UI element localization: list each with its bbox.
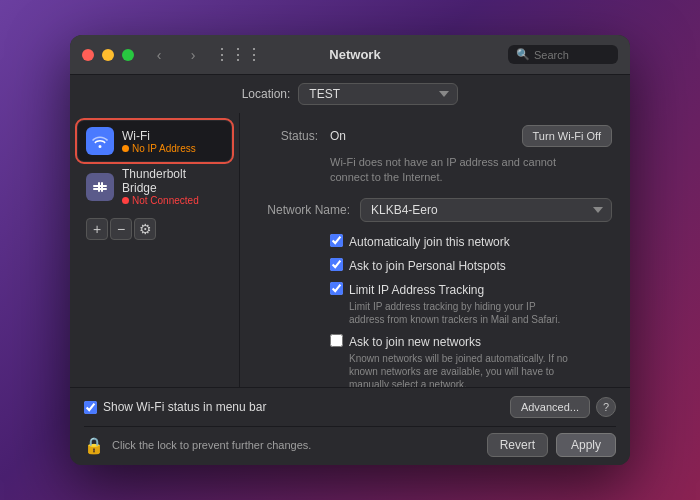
network-preferences-window: ‹ › ⋮⋮⋮ Network 🔍 Location: TEST Automat… bbox=[70, 35, 630, 465]
ask-join-label[interactable]: Ask to join new networks bbox=[349, 335, 481, 349]
action-row: 🔒 Click the lock to prevent further chan… bbox=[84, 433, 616, 457]
action-network-button[interactable]: ⚙ bbox=[134, 218, 156, 240]
minimize-button[interactable] bbox=[102, 49, 114, 61]
wifi-status: No IP Address bbox=[122, 143, 223, 154]
limit-ip-label[interactable]: Limit IP Address Tracking bbox=[349, 283, 484, 297]
search-icon: 🔍 bbox=[516, 48, 530, 61]
personal-hotspot-checkbox[interactable] bbox=[330, 258, 343, 271]
status-description: Wi-Fi does not have an IP address and ca… bbox=[330, 155, 612, 186]
location-select[interactable]: TEST Automatic bbox=[298, 83, 458, 105]
auto-join-info: Automatically join this network bbox=[349, 232, 510, 250]
ask-join-info: Ask to join new networks Known networks … bbox=[349, 332, 568, 387]
bottom-bar: Show Wi-Fi status in menu bar Advanced..… bbox=[70, 387, 630, 465]
titlebar: ‹ › ⋮⋮⋮ Network 🔍 bbox=[70, 35, 630, 75]
show-wifi-row: Show Wi-Fi status in menu bar Advanced..… bbox=[84, 396, 616, 418]
auto-join-row: Automatically join this network bbox=[330, 232, 612, 250]
network-name-row: Network Name: KLKB4-Eero bbox=[258, 198, 612, 222]
auto-join-label[interactable]: Automatically join this network bbox=[349, 235, 510, 249]
sidebar-item-wifi[interactable]: Wi-Fi No IP Address bbox=[78, 121, 231, 161]
advanced-button[interactable]: Advanced... bbox=[510, 396, 590, 418]
window-title: Network bbox=[210, 47, 500, 62]
location-label: Location: bbox=[242, 87, 291, 101]
sidebar-controls: + − ⚙ bbox=[78, 212, 231, 246]
personal-hotspot-info: Ask to join Personal Hotspots bbox=[349, 256, 506, 274]
wifi-status-text: No IP Address bbox=[132, 143, 196, 154]
location-bar: Location: TEST Automatic bbox=[70, 75, 630, 113]
forward-button[interactable]: › bbox=[184, 46, 202, 64]
apply-button[interactable]: Apply bbox=[556, 433, 616, 457]
network-select-wrap: KLKB4-Eero bbox=[360, 198, 612, 222]
show-wifi-checkbox[interactable] bbox=[84, 401, 97, 414]
auto-join-checkbox[interactable] bbox=[330, 234, 343, 247]
network-name-select[interactable]: KLKB4-Eero bbox=[360, 198, 612, 222]
add-network-button[interactable]: + bbox=[86, 218, 108, 240]
bridge-status-text: Not Connected bbox=[132, 195, 199, 206]
bridge-network-info: Thunderbolt Bridge Not Connected bbox=[122, 167, 223, 206]
ask-join-row: Ask to join new networks Known networks … bbox=[330, 332, 612, 387]
bridge-icon bbox=[86, 173, 114, 201]
search-input[interactable] bbox=[534, 49, 614, 61]
detail-panel: Status: On Turn Wi-Fi Off Wi-Fi does not… bbox=[240, 113, 630, 387]
ask-join-sublabel: Known networks will be joined automatica… bbox=[349, 352, 568, 387]
remove-network-button[interactable]: − bbox=[110, 218, 132, 240]
status-row: Status: On Turn Wi-Fi Off bbox=[258, 125, 612, 147]
bridge-status: Not Connected bbox=[122, 195, 223, 206]
fullscreen-button[interactable] bbox=[122, 49, 134, 61]
limit-ip-row: Limit IP Address Tracking Limit IP addre… bbox=[330, 280, 612, 326]
lock-icon[interactable]: 🔒 bbox=[84, 436, 104, 455]
wifi-status-dot bbox=[122, 145, 129, 152]
sidebar: Wi-Fi No IP Address bbox=[70, 113, 240, 387]
back-button[interactable]: ‹ bbox=[150, 46, 168, 64]
bridge-status-dot bbox=[122, 197, 129, 204]
wifi-name: Wi-Fi bbox=[122, 129, 223, 143]
help-button[interactable]: ? bbox=[596, 397, 616, 417]
divider bbox=[84, 426, 616, 427]
limit-ip-sublabel: Limit IP address tracking by hiding your… bbox=[349, 300, 560, 326]
ask-join-checkbox[interactable] bbox=[330, 334, 343, 347]
wifi-icon bbox=[86, 127, 114, 155]
turn-wifi-off-button[interactable]: Turn Wi-Fi Off bbox=[522, 125, 612, 147]
status-label: Status: bbox=[258, 129, 318, 143]
search-box: 🔍 bbox=[508, 45, 618, 64]
personal-hotspot-label[interactable]: Ask to join Personal Hotspots bbox=[349, 259, 506, 273]
close-button[interactable] bbox=[82, 49, 94, 61]
personal-hotspot-row: Ask to join Personal Hotspots bbox=[330, 256, 612, 274]
svg-rect-3 bbox=[101, 182, 103, 192]
bridge-name: Thunderbolt Bridge bbox=[122, 167, 223, 195]
limit-ip-info: Limit IP Address Tracking Limit IP addre… bbox=[349, 280, 560, 326]
lock-label: Click the lock to prevent further change… bbox=[112, 439, 479, 451]
network-name-label: Network Name: bbox=[258, 203, 350, 217]
limit-ip-checkbox[interactable] bbox=[330, 282, 343, 295]
svg-rect-2 bbox=[98, 182, 100, 192]
revert-button[interactable]: Revert bbox=[487, 433, 548, 457]
show-wifi-label[interactable]: Show Wi-Fi status in menu bar bbox=[103, 400, 504, 414]
wifi-network-info: Wi-Fi No IP Address bbox=[122, 129, 223, 154]
sidebar-item-thunderbolt[interactable]: Thunderbolt Bridge Not Connected bbox=[78, 161, 231, 212]
status-value: On bbox=[330, 129, 346, 143]
main-content: Wi-Fi No IP Address bbox=[70, 113, 630, 387]
